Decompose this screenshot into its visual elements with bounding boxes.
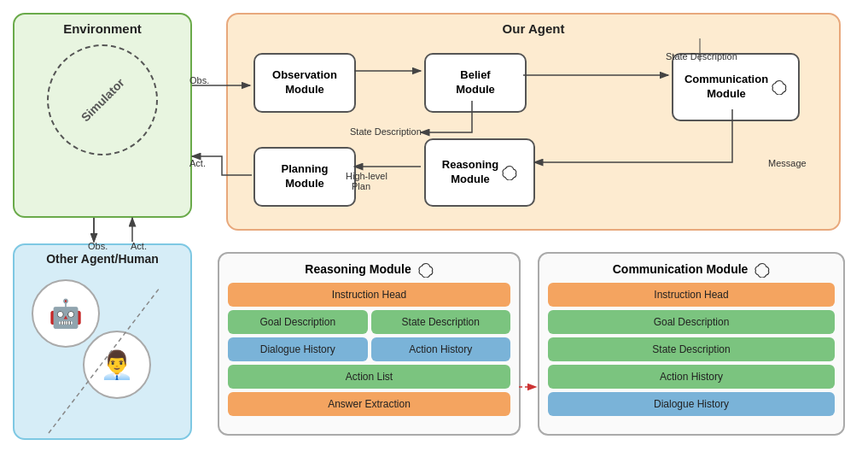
simulator-label: Simulator xyxy=(79,76,127,125)
communication-module: CommunicationModule xyxy=(672,53,800,121)
agent-title: Our Agent xyxy=(228,21,839,36)
comm-action-history: Action History xyxy=(548,365,835,389)
other-agent-box: Other Agent/Human 🤖 👨‍💼 xyxy=(13,243,192,440)
high-level-label: High-level xyxy=(346,171,387,181)
svg-line-0 xyxy=(49,288,160,433)
simulator-circle: Simulator xyxy=(47,44,158,155)
obs2-label: Obs. xyxy=(88,241,108,251)
observation-module-label: ObservationModule xyxy=(272,68,337,97)
obs1-label: Obs. xyxy=(189,75,209,85)
environment-box: Environment Simulator xyxy=(13,13,192,218)
communication-module-label: CommunicationModule xyxy=(684,73,768,102)
environment-title: Environment xyxy=(15,21,190,36)
reasoning-row2: Goal Description State Description xyxy=(228,310,510,334)
planning-module-label: PlanningModule xyxy=(282,162,329,191)
comm-state-desc: State Description xyxy=(548,337,835,361)
diagram: Environment Simulator Our Agent Observat… xyxy=(0,0,868,457)
reasoning-module: ReasoningModule xyxy=(424,138,535,207)
act2-label: Act. xyxy=(131,241,147,251)
reasoning-row3: Dialogue History Action History xyxy=(228,337,510,361)
reasoning-detail-title: Reasoning Module xyxy=(228,262,510,278)
reasoning-instruction-head: Instruction Head xyxy=(228,283,510,307)
reasoning-openai-icon xyxy=(418,262,434,278)
reasoning-answer-extraction: Answer Extraction xyxy=(228,392,510,416)
observation-module: ObservationModule xyxy=(253,53,356,113)
reasoning-goal-desc: Goal Description xyxy=(228,310,368,334)
diagonal-line xyxy=(15,245,194,442)
reasoning-state-desc: State Description xyxy=(371,310,511,334)
agent-box: Our Agent ObservationModule BeliefModule… xyxy=(226,13,841,231)
belief-module-label: BeliefModule xyxy=(456,68,495,97)
reasoning-detail-box: Reasoning Module Instruction Head Goal D… xyxy=(218,252,521,436)
message-label: Message xyxy=(768,158,807,168)
comm-goal-desc: Goal Description xyxy=(548,310,835,334)
reasoning-dialogue-history: Dialogue History xyxy=(228,337,368,361)
reasoning-action-list: Action List xyxy=(228,365,510,389)
state-desc1-label: State Description xyxy=(350,126,422,137)
belief-module: BeliefModule xyxy=(424,53,527,113)
state-desc2-label: State Description xyxy=(666,51,737,62)
comm-detail-title: Communication Module xyxy=(548,262,835,278)
comm-openai-icon xyxy=(754,262,770,278)
reasoning-module-label: ReasoningModule xyxy=(442,158,498,187)
comm-detail-box: Communication Module Instruction Head Go… xyxy=(538,252,845,436)
plan-label: Plan xyxy=(352,181,370,191)
planning-module: PlanningModule xyxy=(253,147,356,207)
act1-label: Act. xyxy=(189,158,206,168)
comm-dialogue-history: Dialogue History xyxy=(548,392,835,416)
comm-instruction-head: Instruction Head xyxy=(548,283,835,307)
reasoning-action-history: Action History xyxy=(371,337,511,361)
